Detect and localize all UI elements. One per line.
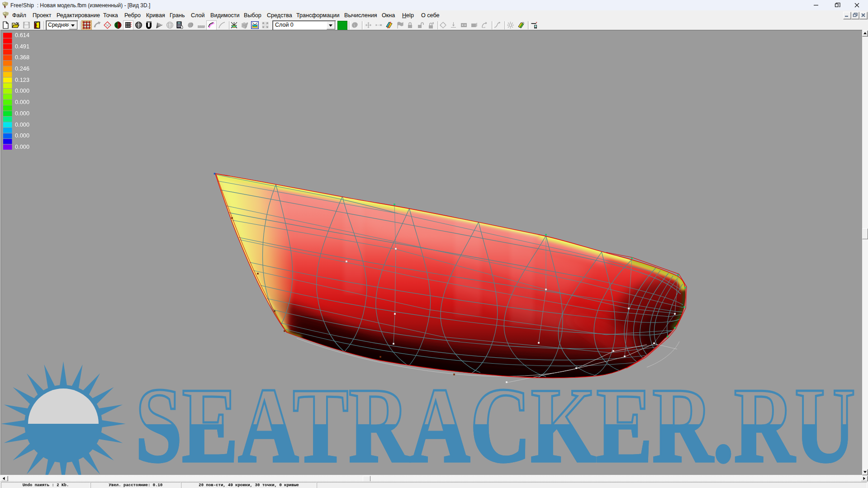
svg-text:0.000: 0.000 xyxy=(15,110,29,117)
svg-text:0.246: 0.246 xyxy=(15,65,29,72)
svg-text:0.123: 0.123 xyxy=(15,76,29,83)
svg-text:0.000: 0.000 xyxy=(15,121,29,128)
svg-text:0.000: 0.000 xyxy=(15,132,29,139)
svg-text:0.000: 0.000 xyxy=(15,87,29,94)
svg-text:0.368: 0.368 xyxy=(15,54,29,61)
svg-text:0.000: 0.000 xyxy=(15,143,29,150)
svg-text:0.614: 0.614 xyxy=(15,32,29,38)
svg-text:0.491: 0.491 xyxy=(15,43,29,50)
svg-text:0.000: 0.000 xyxy=(15,99,29,105)
